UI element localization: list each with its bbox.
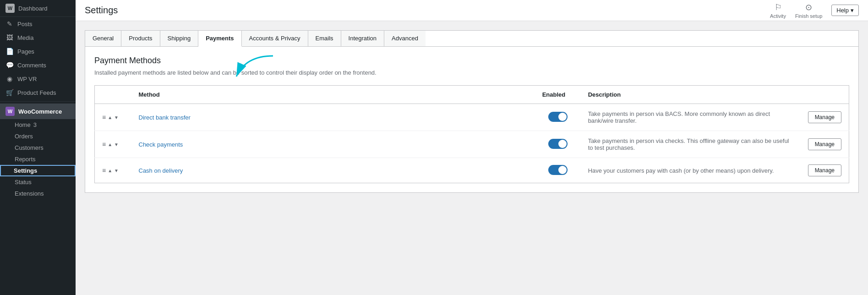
comments-icon: 💬 (5, 61, 14, 69)
sidebar-item-reports[interactable]: Reports (0, 153, 76, 165)
method-link-cash-on-delivery[interactable]: Cash on delivery (139, 167, 183, 174)
sidebar-item-label: Product Feeds (17, 89, 56, 96)
customers-label: Customers (15, 144, 44, 151)
finish-setup-icon: ⊙ (805, 2, 812, 12)
settings-label: Settings (14, 167, 37, 174)
col-method-header: Method (131, 86, 535, 104)
sidebar-item-label: Posts (17, 21, 33, 27)
sidebar-item-status[interactable]: Status (0, 176, 76, 188)
posts-icon: ✎ (5, 20, 14, 27)
col-drag-header (95, 86, 131, 104)
topbar-actions: ⚐ Activity ⊙ Finish setup Help ▾ (770, 2, 859, 19)
pages-icon: 📄 (5, 48, 14, 55)
manage-button-direct-bank[interactable]: Manage (808, 111, 841, 123)
finish-setup-label: Finish setup (795, 13, 822, 19)
move-up-button[interactable]: ▲ (108, 168, 112, 173)
page-title: Settings (85, 5, 118, 16)
tab-general[interactable]: General (85, 31, 121, 46)
method-description: Take payments in person via checks. This… (581, 131, 801, 158)
help-dropdown-icon: ▾ (851, 7, 854, 14)
sidebar-item-label: Comments (17, 62, 46, 69)
woocommerce-section-header[interactable]: W WooCommerce (0, 104, 76, 119)
method-link-direct-bank[interactable]: Direct bank transfer (139, 114, 191, 121)
table-row: ≡ ▲ ▼ Check payments Take payments in pe… (95, 131, 849, 158)
sidebar-item-posts[interactable]: ✎ Posts (0, 17, 76, 31)
settings-tabs: General Products Shipping Payments Accou… (85, 30, 859, 46)
move-up-button[interactable]: ▲ (108, 142, 112, 147)
help-label: Help (836, 7, 849, 14)
table-row: ≡ ▲ ▼ Cash on delivery Have your custome… (95, 158, 849, 183)
drag-handle-icon[interactable]: ≡ (102, 141, 106, 148)
reports-label: Reports (15, 156, 36, 163)
status-label: Status (15, 179, 32, 186)
tab-integration[interactable]: Integration (341, 31, 384, 46)
toggle-cash-on-delivery[interactable] (548, 165, 568, 175)
sidebar-item-pages[interactable]: 📄 Pages (0, 44, 76, 58)
tab-accounts-privacy[interactable]: Accounts & Privacy (242, 31, 308, 46)
main-content: Settings ⚐ Activity ⊙ Finish setup Help … (76, 0, 868, 295)
sidebar-item-settings[interactable]: Settings (0, 165, 76, 176)
woocommerce-icon: W (5, 107, 15, 116)
tab-advanced[interactable]: Advanced (384, 31, 426, 46)
topbar: Settings ⚐ Activity ⊙ Finish setup Help … (76, 0, 868, 21)
sidebar-item-media[interactable]: 🖼 Media (0, 31, 76, 44)
orders-label: Orders (15, 133, 33, 140)
activity-label: Activity (770, 13, 786, 19)
sidebar-item-orders[interactable]: Orders (0, 131, 76, 142)
move-down-button[interactable]: ▼ (114, 168, 119, 173)
drag-controls-cash-on-delivery: ≡ ▲ ▼ (102, 167, 124, 174)
move-down-button[interactable]: ▼ (114, 142, 119, 147)
toggle-check-payments[interactable] (548, 139, 568, 149)
home-label: Home (15, 121, 31, 128)
toggle-thumb (558, 166, 567, 174)
woocommerce-label: WooCommerce (18, 108, 62, 115)
move-up-button[interactable]: ▲ (108, 115, 112, 120)
drag-handle-icon[interactable]: ≡ (102, 114, 106, 121)
sidebar-item-wp-vr[interactable]: ◉ WP VR (0, 72, 76, 86)
toggle-thumb (558, 140, 567, 148)
media-icon: 🖼 (5, 34, 14, 41)
manage-button-cash-on-delivery[interactable]: Manage (808, 164, 841, 176)
method-link-check-payments[interactable]: Check payments (139, 141, 183, 148)
manage-button-check-payments[interactable]: Manage (808, 138, 841, 150)
product-feeds-icon: 🛒 (5, 89, 14, 96)
sidebar: W Dashboard ✎ Posts 🖼 Media 📄 Pages 💬 Co… (0, 0, 76, 295)
table-row: ≡ ▲ ▼ Direct bank transfer Take payments… (95, 104, 849, 131)
settings-panel: Payment Methods Installed payment method… (85, 46, 859, 193)
sidebar-item-comments[interactable]: 💬 Comments (0, 58, 76, 72)
sidebar-item-label: Pages (17, 48, 34, 55)
drag-handle-icon[interactable]: ≡ (102, 167, 106, 174)
sidebar-divider (0, 101, 76, 102)
table-header-row: Method Enabled Description (95, 86, 849, 104)
tab-shipping[interactable]: Shipping (160, 31, 199, 46)
payment-methods-table: Method Enabled Description ≡ ▲ ▼ Dire (94, 85, 849, 183)
sidebar-item-label: WP VR (17, 76, 37, 82)
move-down-button[interactable]: ▼ (114, 115, 119, 120)
method-description: Have your customers pay with cash (or by… (581, 158, 801, 183)
tab-payments[interactable]: Payments (198, 31, 241, 47)
sidebar-item-home[interactable]: Home 3 (0, 119, 76, 131)
activity-button[interactable]: ⚐ Activity (770, 2, 786, 19)
dashboard-label: Dashboard (18, 5, 48, 12)
drag-controls-check-payments: ≡ ▲ ▼ (102, 141, 124, 148)
method-description: Take payments in person via BACS. More c… (581, 104, 801, 131)
toggle-direct-bank[interactable] (548, 112, 568, 122)
dashboard-link[interactable]: W Dashboard (0, 0, 76, 17)
content-area: General Products Shipping Payments Accou… (76, 21, 868, 295)
finish-setup-button[interactable]: ⊙ Finish setup (795, 2, 822, 19)
help-button[interactable]: Help ▾ (831, 5, 859, 16)
section-title: Payment Methods (94, 56, 849, 66)
col-enabled-header: Enabled (535, 86, 581, 104)
tab-emails[interactable]: Emails (308, 31, 341, 46)
col-action-header (801, 86, 849, 104)
sidebar-item-product-feeds[interactable]: 🛒 Product Feeds (0, 86, 76, 99)
sidebar-item-customers[interactable]: Customers (0, 142, 76, 153)
sidebar-item-extensions[interactable]: Extensions (0, 188, 76, 199)
toggle-track (548, 165, 568, 175)
col-description-header: Description (581, 86, 801, 104)
tab-products[interactable]: Products (121, 31, 160, 46)
section-description: Installed payment methods are listed bel… (94, 69, 849, 76)
activity-icon: ⚐ (775, 2, 782, 12)
drag-controls-direct-bank: ≡ ▲ ▼ (102, 114, 124, 121)
arrow-annotation (232, 51, 278, 85)
